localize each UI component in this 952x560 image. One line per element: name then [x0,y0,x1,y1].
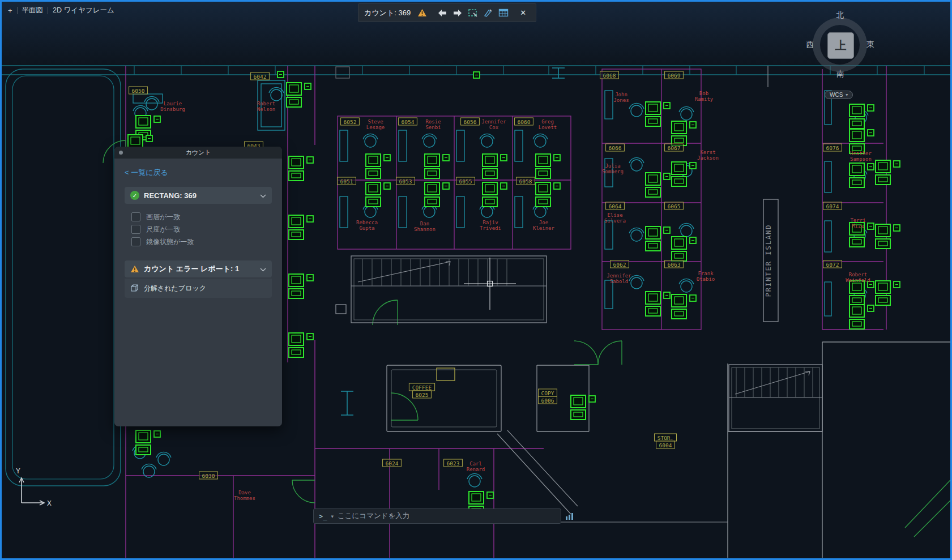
chair [533,134,548,147]
workstation-block[interactable] [849,163,874,187]
workstation-block[interactable] [289,156,313,181]
exploded-block-item[interactable]: 分解されたブロック [125,279,272,298]
palette-grip-dot[interactable] [119,151,123,155]
room-tag: COFFEE6025 [409,383,434,398]
workstation-block[interactable] [849,281,874,305]
command-history-icon[interactable] [564,511,575,522]
count-toolbar: カウント: 369 ✕ [358,3,536,22]
next-arrow-button[interactable] [450,6,464,20]
wcs-dropdown[interactable]: WCS ▾ [825,91,853,99]
command-line[interactable]: >_ ▾ ここにコマンドを入力 [313,508,561,524]
count-result-expander[interactable]: ✓ RECTANG: 369 [125,187,272,204]
workstation-block[interactable] [425,154,449,178]
workstation-block[interactable] [287,83,311,107]
insert-table-icon[interactable] [496,6,510,20]
svg-text:JenniferCox: JenniferCox [481,119,506,130]
ucs-icon: YX [16,467,52,507]
workstation-block[interactable] [483,182,507,207]
crosshair-cursor [464,258,516,310]
viewcube-east-label[interactable]: 東 [866,40,874,50]
furniture-outline [515,196,523,228]
room-outline [12,76,114,479]
room-tag: 6064 [606,202,625,210]
room-tag: 6055 [456,177,475,185]
back-to-list-link[interactable]: < 一覧に戻る [125,168,272,178]
previous-arrow-button[interactable] [435,6,449,20]
chevron-down-icon[interactable]: ▾ [331,514,334,519]
employee-name: BobRamity [695,91,714,102]
workstation-block[interactable] [289,215,313,240]
svg-text:6055: 6055 [459,178,472,185]
exploded-block-label: 分解されたブロック [144,284,206,293]
employee-name: RobertWeinfeld [846,272,870,283]
workstation-block[interactable] [672,162,696,186]
svg-text:COFFEE: COFFEE [412,384,432,391]
workstation-block[interactable] [646,173,670,197]
workstation-block[interactable] [366,182,390,207]
scale-match-checkbox[interactable] [131,225,140,234]
viewcube-north-label[interactable]: 北 [836,10,844,20]
workstation-block[interactable] [876,224,900,249]
room-tag: 6067 [665,144,684,151]
workstation-block[interactable] [289,333,313,357]
workstation-block[interactable] [136,430,160,455]
svg-text:6050: 6050 [132,88,145,94]
viewcube-west-label[interactable]: 西 [806,40,814,50]
command-input-placeholder[interactable]: ここにコマンドを入力 [338,511,409,521]
workstation-block[interactable] [536,154,560,178]
viewcube-top-face[interactable]: 上 [827,32,854,59]
mirror-match-label: 鏡像状態が一致 [146,237,194,247]
workstation-block[interactable] [849,129,874,153]
workstation-block[interactable] [672,237,696,261]
workstation-block[interactable] [366,154,390,178]
view-control[interactable]: 平面図 [22,6,44,15]
svg-text:BobRamity: BobRamity [695,91,714,102]
viewport-plus-control[interactable]: + [8,6,12,15]
marquee-select-icon[interactable] [466,6,480,20]
svg-text:JoeKleiner: JoeKleiner [533,220,555,231]
room-outline [387,365,501,431]
furniture-outline [336,67,349,78]
workstation-block[interactable] [849,305,874,329]
match-filters: 画層が一致 尺度が一致 鏡像状態が一致 [131,211,272,248]
workstation-block[interactable] [483,154,507,178]
chair [629,103,644,117]
viewcube-south-label[interactable]: 南 [836,69,844,79]
visual-style-control[interactable]: 2D ワイヤフレーム [53,6,114,15]
workstation-block[interactable] [646,226,670,251]
close-count-button[interactable]: ✕ [516,6,530,20]
count-warning-icon[interactable] [415,6,429,20]
workstation-block[interactable] [876,281,900,305]
workstation-block[interactable] [646,292,670,316]
workstation-block[interactable] [425,182,449,207]
employee-name: GregLovett [539,119,557,130]
svg-text:STOR.: STOR. [658,435,674,441]
svg-text:HeatherSampson: HeatherSampson [850,151,872,162]
svg-text:6068: 6068 [603,72,616,79]
count-error-expander[interactable]: カウント エラー レポート: 1 [125,260,272,277]
workstation-block[interactable] [672,121,696,146]
workstation-block[interactable] [646,102,670,126]
workstation-block[interactable] [289,274,313,298]
employee-name: JoeKleiner [533,220,555,231]
count-badge[interactable] [278,71,284,78]
room-tag: STOR.6004 [655,434,677,448]
room-tag: 6058 [516,177,535,185]
door-arc [598,341,622,365]
chair [363,134,378,147]
chair [422,134,437,147]
layer-match-checkbox[interactable] [131,212,140,221]
workstation-block[interactable] [672,294,696,319]
palette-titlebar[interactable]: カウント [114,147,282,159]
count-badge[interactable] [473,72,480,78]
layer-match-label: 画層が一致 [146,212,180,222]
workstation-block[interactable] [571,395,595,420]
mirror-match-checkbox[interactable] [131,237,140,246]
workstation-block[interactable] [849,104,874,129]
chair [480,134,494,147]
workstation-block[interactable] [536,182,560,207]
chevron-down-icon [260,264,266,274]
workstation-block[interactable] [876,160,900,185]
highlight-select-icon[interactable] [481,6,495,20]
door-arc [373,300,398,325]
